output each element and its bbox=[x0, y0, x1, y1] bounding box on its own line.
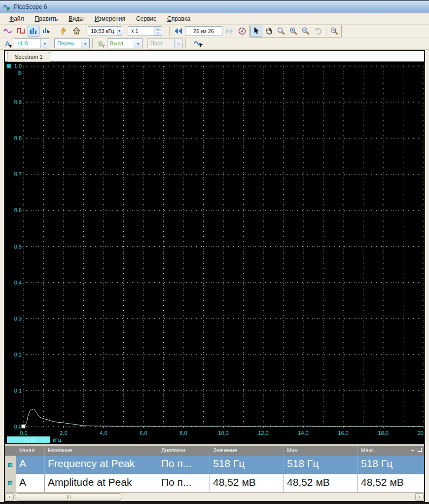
sample-rate-combo[interactable]: 19,53 кГц ▼ bbox=[88, 26, 122, 36]
svg-text:0,6: 0,6 bbox=[14, 207, 22, 213]
toolbar-separator bbox=[169, 26, 170, 36]
zoom-out-icon[interactable] bbox=[300, 26, 312, 36]
cursor-icon bbox=[102, 44, 106, 48]
chevron-down-icon[interactable]: ▼ bbox=[134, 39, 142, 48]
zoom-tool-group: 100 bbox=[249, 25, 342, 37]
svg-text:2,0: 2,0 bbox=[60, 430, 67, 436]
row-gutter bbox=[5, 474, 16, 492]
toolbar-separator bbox=[92, 38, 93, 48]
channel-a-range-combo[interactable]: ±1 В ▼ bbox=[14, 38, 49, 48]
tab-spectrum-1[interactable]: Spectrum 1 bbox=[7, 52, 50, 62]
cell-range: По п... bbox=[158, 456, 210, 474]
cell-max: 518 Гц bbox=[358, 456, 424, 474]
cell-range: По п... bbox=[158, 474, 210, 492]
fast-forward-icon[interactable] bbox=[223, 26, 235, 36]
svg-text:8,0: 8,0 bbox=[179, 430, 187, 436]
col-header-name[interactable]: Название bbox=[44, 446, 158, 456]
zoom-100-icon[interactable]: 100 bbox=[328, 26, 340, 36]
buffer-navigator-icon[interactable] bbox=[236, 26, 248, 36]
channel-a-options-button[interactable]: A bbox=[2, 38, 13, 48]
svg-text:0,4: 0,4 bbox=[14, 280, 22, 286]
spectrum-view-icon[interactable] bbox=[28, 26, 39, 36]
svg-text:0,7: 0,7 bbox=[14, 171, 22, 177]
chevron-down-icon[interactable]: ▼ bbox=[81, 39, 89, 48]
horizontal-scrollbar[interactable]: ‹ › bbox=[5, 492, 424, 501]
spin-up-icon[interactable]: ▲ bbox=[154, 27, 162, 31]
table-row[interactable]: A Amplitude at Peak По п... 48,52 мВ 48,… bbox=[5, 474, 424, 492]
zoom-undo-icon[interactable] bbox=[312, 26, 324, 36]
svg-text:0,9: 0,9 bbox=[14, 99, 22, 105]
custom-probes-icon[interactable] bbox=[193, 38, 205, 49]
scrollbar-thumb[interactable] bbox=[15, 493, 122, 501]
svg-text:12,0: 12,0 bbox=[258, 430, 268, 436]
collapse-panel-icon[interactable]: – bbox=[411, 447, 414, 452]
home-icon[interactable] bbox=[71, 26, 82, 36]
view-options-icon[interactable] bbox=[40, 26, 52, 36]
svg-text:100: 100 bbox=[331, 29, 335, 32]
channel-a-range-value: ±1 В bbox=[14, 40, 40, 46]
channel-b-options-button[interactable]: B bbox=[95, 38, 106, 48]
cell-value: 518 Гц bbox=[210, 456, 284, 474]
measurements-header: Канал Название Диапазон Значение Мин. Ма… bbox=[5, 446, 424, 456]
scroll-left-icon[interactable]: ‹ bbox=[5, 493, 14, 501]
tab-bar: Spectrum 1 bbox=[5, 51, 424, 62]
channel-a-coupling-combo[interactable]: Перем. ▼ bbox=[54, 38, 90, 48]
svg-text:0,3: 0,3 bbox=[14, 316, 22, 322]
menu-tools[interactable]: Сервис bbox=[131, 14, 162, 24]
svg-text:кГц: кГц bbox=[53, 437, 62, 443]
chevron-down-icon[interactable]: ▼ bbox=[117, 27, 122, 36]
title-bar: PicoScope 6 bbox=[0, 1, 429, 13]
cell-value: 48,52 мВ bbox=[210, 474, 284, 492]
pointer-tool-icon[interactable] bbox=[250, 26, 262, 36]
col-header-channel[interactable]: Канал bbox=[16, 446, 44, 456]
spectrum-chart[interactable]: 1,00,90,80,70,60,50,40,30,20,10,0В0,02,0… bbox=[5, 62, 424, 444]
svg-text:0,5: 0,5 bbox=[14, 244, 22, 250]
zoom-in-icon[interactable] bbox=[287, 26, 299, 36]
table-row[interactable]: A Frequency at Peak По п... 518 Гц 518 Г… bbox=[5, 456, 424, 474]
menu-views[interactable]: Виды bbox=[63, 14, 89, 24]
channel-a-coupling-value: Перем. bbox=[55, 40, 81, 46]
buffer-position-field[interactable]: 26 из 26 bbox=[185, 26, 222, 36]
channel-b-range-combo[interactable]: Выкл. ▼ bbox=[107, 38, 143, 48]
spin-down-icon[interactable]: ▼ bbox=[154, 31, 162, 36]
toolbar-separator bbox=[326, 26, 326, 36]
channel-a-axis-marker-icon bbox=[7, 64, 11, 68]
rewind-icon[interactable] bbox=[172, 26, 184, 36]
svg-text:В: В bbox=[18, 70, 22, 76]
menu-file[interactable]: Файл bbox=[4, 14, 30, 24]
expand-panel-icon[interactable] bbox=[418, 448, 422, 452]
client-area: Spectrum 1 1,00,90,80,70,60,50,40,30,20,… bbox=[4, 50, 425, 502]
marquee-zoom-icon[interactable] bbox=[275, 26, 287, 36]
svg-text:0,0: 0,0 bbox=[14, 424, 22, 430]
chevron-down-icon: ▼ bbox=[174, 39, 182, 48]
auto-setup-icon[interactable] bbox=[58, 26, 70, 36]
hand-tool-icon[interactable] bbox=[263, 26, 275, 36]
cell-min: 48,52 мВ bbox=[284, 474, 358, 492]
persistence-view-icon[interactable] bbox=[15, 26, 27, 36]
app-logo-icon bbox=[3, 3, 11, 11]
menu-help[interactable]: Справка bbox=[162, 14, 196, 24]
row-gutter bbox=[5, 456, 16, 474]
scroll-right-icon[interactable]: › bbox=[415, 493, 424, 501]
window-bottom-border bbox=[0, 502, 429, 504]
cell-channel: A bbox=[16, 456, 44, 474]
col-header-min[interactable]: Мин. bbox=[284, 446, 358, 456]
svg-text:0,1: 0,1 bbox=[14, 388, 22, 394]
col-header-range[interactable]: Диапазон bbox=[158, 446, 210, 456]
svg-text:0,8: 0,8 bbox=[14, 135, 22, 141]
svg-text:0,0: 0,0 bbox=[20, 430, 27, 436]
cursor-icon bbox=[9, 44, 13, 48]
svg-text:x1.0: x1.0 bbox=[24, 437, 34, 443]
menu-edit[interactable]: Править bbox=[30, 14, 64, 24]
scope-view-icon[interactable] bbox=[2, 26, 14, 36]
spectrum-plot[interactable]: 1,00,90,80,70,60,50,40,30,20,10,0В0,02,0… bbox=[5, 62, 424, 444]
zoom-factor-spinner[interactable]: x 1 ▲▼ bbox=[128, 26, 162, 36]
channel-b-range-value: Выкл. bbox=[107, 40, 134, 46]
picoscope-window: PicoScope 6 Файл Править Виды Измерения … bbox=[0, 0, 429, 504]
svg-text:4,0: 4,0 bbox=[100, 430, 107, 436]
col-header-value[interactable]: Значение bbox=[210, 446, 284, 456]
channel-b-coupling-combo[interactable]: Пост. ▼ bbox=[147, 38, 183, 48]
cell-min: 518 Гц bbox=[284, 456, 358, 474]
chevron-down-icon[interactable]: ▼ bbox=[40, 39, 49, 48]
menu-measurements[interactable]: Измерения bbox=[89, 14, 131, 24]
